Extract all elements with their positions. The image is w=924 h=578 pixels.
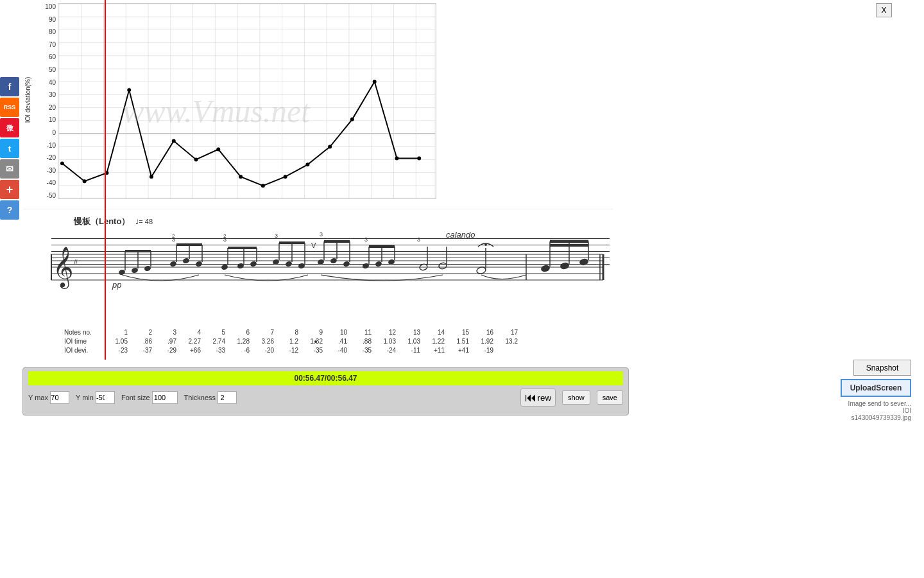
score-notation: 慢板（Lento） ♩= 48 calando pp (22, 209, 613, 331)
svg-point-91 (317, 259, 325, 265)
svg-text:2: 2 (172, 233, 175, 239)
svg-point-38 (150, 175, 153, 179)
svg-point-74 (195, 261, 203, 267)
thickness-label: Thickness (184, 394, 216, 401)
svg-point-70 (169, 261, 177, 267)
svg-point-65 (131, 267, 139, 274)
font-size-label: Font size (121, 394, 150, 401)
svg-point-47 (350, 118, 354, 121)
svg-text:3: 3 (275, 232, 278, 239)
y-min-input[interactable] (96, 391, 115, 404)
email-btn[interactable]: ✉ (0, 159, 19, 179)
font-size-group: Font size (121, 391, 178, 404)
font-size-input[interactable] (152, 391, 178, 404)
svg-point-86 (285, 261, 293, 267)
y-max-group: Y max (28, 391, 69, 404)
svg-point-112 (540, 264, 551, 272)
y-axis-labels: 100 90 80 70 60 50 40 30 20 10 0 -10 -20… (22, 3, 58, 199)
svg-point-35 (83, 179, 87, 183)
svg-point-37 (127, 88, 131, 92)
svg-point-81 (250, 261, 257, 267)
svg-point-45 (305, 162, 309, 166)
ioi-devi-row: IOI devi. -23 -37 -29 +66 -33 -6 -20 -12… (64, 346, 520, 355)
svg-text:www.Vmus.net: www.Vmus.net (123, 94, 311, 129)
save-button[interactable]: save (597, 390, 623, 405)
data-table: Notes no. 1 2 3 4 5 6 7 8 9 10 11 12 13 … (64, 328, 520, 355)
svg-point-116 (579, 258, 589, 266)
svg-point-100 (375, 261, 382, 267)
social-sidebar: f RSS 微 t ✉ + ? (0, 77, 19, 220)
svg-text:2: 2 (223, 233, 227, 239)
notes-row: Notes no. 1 2 3 4 5 6 7 8 9 10 11 12 13 … (64, 328, 520, 337)
upload-info-line1: Image send to sever... (848, 400, 911, 407)
upload-info-line2: IOI (848, 407, 911, 414)
svg-point-102 (388, 259, 395, 265)
rew-label: rew (538, 393, 551, 403)
progress-text: 00:56.47/00:56.47 (28, 371, 623, 385)
svg-point-107 (438, 262, 447, 270)
rew-button[interactable]: ⏮ rew (520, 389, 556, 407)
indicator-dot (314, 340, 317, 343)
svg-point-41 (216, 148, 220, 152)
show-button[interactable]: show (562, 390, 590, 405)
svg-point-43 (261, 184, 265, 188)
facebook-btn[interactable]: f (0, 77, 19, 96)
svg-point-77 (221, 264, 228, 270)
controls-row: Y max Y min Font size Thickness ⏮ rew sh… (28, 389, 623, 407)
svg-text:𝄞: 𝄞 (53, 247, 74, 289)
plus-btn[interactable]: + (0, 180, 19, 199)
chart-svg: www.Vmus.net (58, 4, 436, 198)
upload-info-line3: s1430049739339.jpg (848, 414, 911, 421)
svg-text:#: # (74, 258, 78, 266)
svg-point-42 (239, 175, 243, 179)
y-max-label: Y max (28, 394, 48, 401)
svg-point-95 (343, 261, 350, 267)
svg-point-39 (172, 139, 176, 143)
score-area: 慢板（Lento） ♩= 48 calando pp (22, 209, 613, 331)
bottom-controls: 00:56.47/00:56.47 Y max Y min Font size … (22, 367, 629, 416)
svg-point-34 (60, 161, 64, 165)
svg-text:3: 3 (364, 236, 368, 243)
y-max-input[interactable] (50, 391, 69, 404)
tempo-marking: 慢板（Lento） ♩= 48 (74, 216, 153, 227)
chart-container: www.Vmus.net (58, 3, 436, 199)
ioi-time-row: IOI time 1.05 .86 .97 2.27 2.74 1.28 3.2… (64, 337, 520, 346)
twitter-btn[interactable]: t (0, 139, 19, 158)
snapshot-button[interactable]: Snapshot (853, 360, 911, 376)
svg-text:3: 3 (320, 231, 323, 238)
svg-point-93 (330, 258, 338, 264)
score-svg: 𝄞 # (32, 229, 610, 312)
help-btn[interactable]: ? (0, 200, 19, 220)
svg-point-79 (237, 263, 244, 269)
svg-point-67 (144, 265, 151, 272)
svg-point-63 (118, 269, 126, 276)
rss-btn[interactable]: RSS (0, 98, 19, 117)
svg-point-88 (298, 263, 305, 269)
svg-point-48 (373, 80, 377, 83)
y-min-label: Y min (76, 394, 94, 401)
svg-point-44 (284, 175, 287, 179)
svg-point-46 (328, 145, 332, 149)
svg-point-114 (560, 261, 570, 270)
svg-point-50 (417, 156, 421, 160)
close-button[interactable]: X (876, 3, 892, 17)
svg-point-49 (395, 156, 398, 160)
svg-point-84 (272, 259, 280, 265)
thickness-group: Thickness (184, 391, 237, 404)
svg-point-40 (194, 157, 198, 161)
svg-text:V: V (311, 241, 316, 249)
y-min-group: Y min (76, 391, 115, 404)
weibo-btn[interactable]: 微 (0, 118, 19, 137)
upload-info: Image send to sever... IOI s143004973933… (848, 400, 911, 421)
rew-icon: ⏮ (525, 391, 536, 405)
thickness-input[interactable] (218, 391, 237, 404)
svg-point-36 (105, 171, 108, 175)
right-panel: Snapshot UploadScreen Image send to seve… (841, 360, 911, 421)
progress-bar-container[interactable]: 00:56.47/00:56.47 (28, 371, 623, 385)
svg-point-98 (362, 263, 370, 269)
upload-screen-button[interactable]: UploadScreen (841, 379, 911, 397)
svg-point-72 (182, 258, 190, 264)
svg-text:3: 3 (417, 236, 420, 243)
